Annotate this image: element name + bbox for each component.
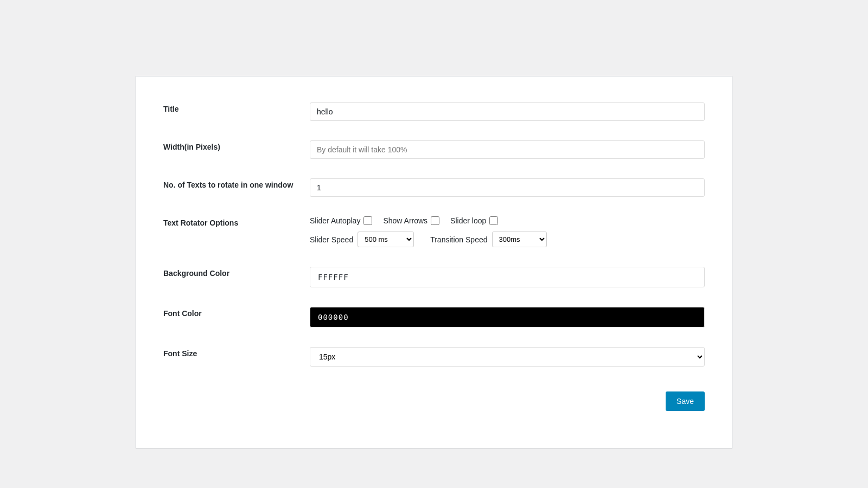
slider-autoplay-item: Slider Autoplay (310, 216, 372, 225)
slider-autoplay-checkbox[interactable] (363, 216, 372, 225)
transition-speed-item: Transition Speed 100ms 200ms 300ms 500ms… (430, 232, 546, 247)
bg-color-display[interactable]: FFFFFF (310, 267, 705, 287)
transition-speed-select[interactable]: 100ms 200ms 300ms 500ms 800ms 1000ms (492, 232, 547, 247)
num-texts-input[interactable] (310, 178, 705, 197)
rotator-options-label: Text Rotator Options (163, 219, 238, 227)
save-row: Save (158, 376, 710, 421)
width-label: Width(in Pixels) (163, 143, 220, 151)
show-arrows-item: Show Arrows (383, 216, 439, 225)
width-row: Width(in Pixels) (158, 131, 710, 169)
transition-speed-label: Transition Speed (430, 235, 487, 244)
width-input[interactable] (310, 140, 705, 159)
bg-color-label: Background Color (163, 269, 229, 278)
title-input[interactable] (310, 102, 705, 121)
slider-speed-label: Slider Speed (310, 235, 353, 244)
slider-autoplay-label: Slider Autoplay (310, 216, 360, 225)
checkboxes-row: Slider Autoplay Show Arrows Slider loop (310, 216, 705, 225)
bg-color-row: Background Color FFFFFF (158, 257, 710, 297)
font-color-label: Font Color (163, 309, 202, 318)
slider-speed-select[interactable]: 100 ms 200 ms 300 ms 500 ms 800 ms 1000 … (358, 232, 414, 247)
slider-loop-label: Slider loop (450, 216, 486, 225)
slider-loop-checkbox[interactable] (489, 216, 498, 225)
font-size-row: Font Size 10px 11px 12px 13px 14px 15px … (158, 337, 710, 376)
font-size-label: Font Size (163, 349, 197, 358)
slider-loop-item: Slider loop (450, 216, 498, 225)
font-color-display[interactable]: 000000 (310, 307, 705, 328)
settings-form: Title Width(in Pixels) (158, 93, 710, 421)
speed-row: Slider Speed 100 ms 200 ms 300 ms 500 ms… (310, 232, 705, 247)
show-arrows-checkbox[interactable] (431, 216, 439, 225)
show-arrows-label: Show Arrows (383, 216, 427, 225)
title-row: Title (158, 93, 710, 131)
font-size-select[interactable]: 10px 11px 12px 13px 14px 15px 16px 18px … (310, 347, 705, 367)
title-label: Title (163, 105, 179, 113)
save-button[interactable]: Save (666, 391, 705, 411)
rotator-options-row: Text Rotator Options Slider Autoplay Sho… (158, 207, 710, 257)
font-color-row: Font Color 000000 (158, 297, 710, 337)
num-texts-row: No. of Texts to rotate in one window (158, 169, 710, 207)
num-texts-label: No. of Texts to rotate in one window (163, 181, 293, 189)
slider-speed-item: Slider Speed 100 ms 200 ms 300 ms 500 ms… (310, 232, 414, 247)
